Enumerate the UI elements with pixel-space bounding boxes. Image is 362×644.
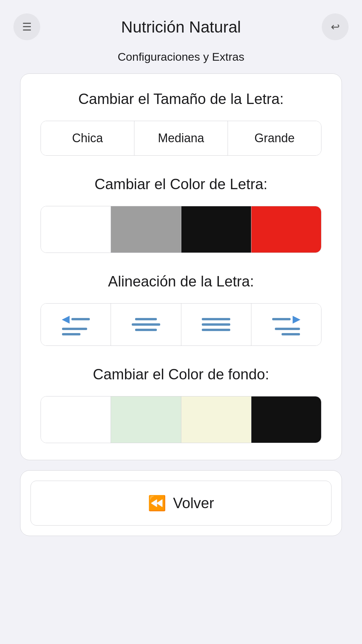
align-justify-icon — [202, 318, 230, 331]
font-size-medium[interactable]: Mediana — [134, 121, 228, 155]
font-color-selector — [41, 206, 321, 253]
bg-color-white[interactable] — [41, 396, 111, 443]
align-left-icon: ◀ — [62, 314, 90, 335]
font-size-large[interactable]: Grande — [228, 121, 321, 155]
back-history-icon: ↩ — [331, 20, 340, 33]
align-center-icon — [132, 318, 160, 331]
color-red[interactable] — [251, 206, 321, 253]
font-size-selector: Chica Mediana Grande — [41, 121, 321, 156]
font-color-title: Cambiar el Color de Letra: — [41, 176, 321, 193]
font-size-small[interactable]: Chica — [41, 121, 134, 155]
font-size-title: Cambiar el Tamaño de la Letra: — [41, 91, 321, 107]
menu-icon: ☰ — [22, 20, 32, 33]
page-subtitle: Configuraciones y Extras — [118, 47, 244, 73]
volver-button[interactable]: ⏪ Volver — [31, 481, 331, 526]
back-history-button[interactable]: ↩ — [322, 13, 349, 40]
align-right-icon: ▶ — [272, 314, 300, 335]
settings-card: Cambiar el Tamaño de la Letra: Chica Med… — [20, 73, 342, 460]
app-title: Nutrición Natural — [121, 18, 241, 36]
alignment-title: Alineación de la Letra: — [41, 273, 321, 290]
color-white[interactable] — [41, 206, 111, 253]
bg-color-black[interactable] — [251, 396, 321, 443]
bg-color-selector — [41, 396, 321, 443]
align-center-button[interactable] — [111, 304, 181, 345]
bg-color-light-green[interactable] — [111, 396, 181, 443]
volver-icon: ⏪ — [148, 494, 166, 512]
align-left-button[interactable]: ◀ — [41, 304, 111, 345]
alignment-selector: ◀ — [41, 303, 321, 346]
bg-color-title: Cambiar el Color de fondo: — [41, 366, 321, 383]
bg-color-light-yellow[interactable] — [181, 396, 251, 443]
align-justify-button[interactable] — [181, 304, 251, 345]
color-black[interactable] — [181, 206, 251, 253]
align-right-button[interactable]: ▶ — [251, 304, 321, 345]
app-header: ☰ Nutrición Natural ↩ — [0, 0, 362, 47]
menu-button[interactable]: ☰ — [13, 13, 40, 40]
color-gray[interactable] — [111, 206, 181, 253]
volver-label: Volver — [173, 495, 214, 512]
footer-card: ⏪ Volver — [20, 470, 342, 536]
